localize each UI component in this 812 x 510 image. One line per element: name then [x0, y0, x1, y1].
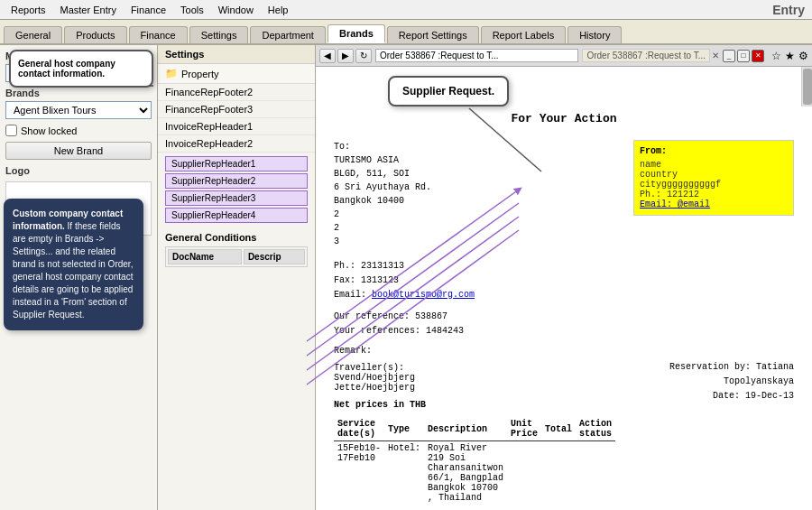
brands-select[interactable]: Agent Blixen Tours — [5, 101, 152, 119]
from-name: name — [640, 160, 788, 170]
conditions-col-docname: DocName — [168, 249, 242, 264]
tab-report-settings[interactable]: Report Settings — [387, 26, 479, 43]
tab-general[interactable]: General — [4, 26, 62, 43]
fax-line: Fax: 1313123 — [334, 274, 615, 288]
doc-contact-info: Ph.: 23131313 Fax: 1313123 Email: book@t… — [334, 259, 615, 302]
back-button[interactable]: ◀ — [319, 49, 336, 63]
tab-finance[interactable]: Finance — [129, 26, 188, 43]
address-line1: BLGD, 511, SOI — [334, 167, 615, 181]
email-line: Email: book@turismo@rg.com — [334, 288, 615, 302]
address-line6: 3 — [334, 235, 615, 248]
col-service-date: Service date(s) — [334, 417, 384, 441]
general-conditions-section: General Conditions DocName Descrip — [158, 228, 315, 271]
star-icon[interactable]: ☆ — [771, 50, 781, 62]
doc-remarks: Remark: — [334, 346, 615, 356]
supplier-rep-header2[interactable]: SupplierRepHeader2 — [165, 173, 308, 189]
menu-item-help[interactable]: Help — [261, 3, 296, 17]
from-city: cityggggggggggf — [640, 180, 788, 190]
brands-label: Brands — [5, 88, 152, 98]
menu-bar: Reports Master Entry Finance Tools Windo… — [0, 0, 812, 20]
browser-tab-title: Order 538867 :Request to T... — [582, 49, 710, 62]
conditions-table: DocName Descrip — [165, 246, 308, 267]
our-ref: Our reference: 538867 — [334, 310, 615, 324]
supplier-rep-header1[interactable]: SupplierRepHeader1 — [165, 156, 308, 172]
tab-department[interactable]: Department — [250, 26, 325, 43]
doc-columns: To: TURISMO ASIA BLGD, 511, SOI 6 Sri Ay… — [334, 140, 794, 505]
col-unit-price: Unit Price — [507, 417, 541, 441]
settings-item-invoice-header1[interactable]: InvoiceRepHeader1 — [158, 118, 315, 135]
from-box: From: name country cityggggggggggf Ph.: … — [633, 140, 794, 216]
service-description: Royal River 219 Soi Charansanitwon 66/1,… — [424, 441, 507, 505]
tab-report-labels[interactable]: Report Labels — [481, 26, 567, 43]
refresh-button[interactable]: ↻ — [355, 49, 372, 63]
menu-item-finance[interactable]: Finance — [124, 3, 173, 17]
scrollbar[interactable] — [801, 67, 812, 107]
forward-button[interactable]: ▶ — [337, 49, 354, 63]
browser-controls: ◀ ▶ ↻ — [319, 49, 372, 63]
menu-item-tools[interactable]: Tools — [173, 3, 211, 17]
property-icon: 📁 — [165, 68, 178, 79]
menu-item-reports[interactable]: Reports — [4, 3, 53, 17]
settings-item-finance-footer2[interactable]: FinanceRepFooter2 — [158, 84, 315, 101]
company-name: TURISMO ASIA — [334, 153, 615, 167]
close-tab-icon[interactable]: ✕ — [712, 51, 719, 60]
travellers-label: Traveller(s): — [334, 363, 615, 373]
supplier-rep-header4[interactable]: SupplierRepHeader4 — [165, 208, 308, 223]
remarks-label: Remark: — [334, 346, 615, 356]
col-type: Type — [384, 417, 424, 441]
from-phone: Ph.: 121212 — [640, 190, 788, 199]
logo-label: Logo — [5, 165, 152, 176]
from-country: country — [640, 170, 788, 180]
main-content: Main Brand Billetkontoret A/5 Brands Age… — [0, 45, 812, 510]
phone-line: Ph.: 23131313 — [334, 259, 615, 274]
window-controls: _ □ ✕ — [723, 50, 764, 62]
tab-settings[interactable]: Settings — [189, 26, 249, 43]
settings-item-finance-footer3[interactable]: FinanceRepFooter3 — [158, 101, 315, 118]
service-dates: 15Feb10-17Feb10 — [334, 441, 384, 505]
supplier-rep-header3[interactable]: SupplierRepHeader3 — [165, 190, 308, 206]
net-prices-label: Net prices in THB — [334, 400, 615, 410]
email-link[interactable]: book@turismo@rg.com — [372, 290, 475, 300]
tab-bar: General Products Finance Settings Depart… — [0, 20, 812, 45]
doc-title: For Your Action — [334, 112, 794, 125]
tab-products[interactable]: Products — [64, 26, 126, 43]
gear-icon[interactable]: ⚙ — [798, 50, 808, 62]
doc-travellers: Traveller(s): Svend/Hoejbjerg Jette/Hoej… — [334, 363, 615, 393]
settings-item-invoice-header2[interactable]: InvoiceRepHeader2 — [158, 135, 315, 153]
tab-brands[interactable]: Brands — [328, 24, 385, 43]
from-label: From: — [640, 146, 788, 156]
reservation-date: Date: 19-Dec-13 — [633, 389, 794, 403]
browser-bar: ◀ ▶ ↻ Order 538867 :Request to T... ✕ _ … — [316, 45, 812, 67]
show-locked-checkbox[interactable] — [5, 125, 17, 136]
doc-to-address: To: TURISMO ASIA BLGD, 511, SOI 6 Sri Ay… — [334, 140, 615, 248]
reservation-by: Reservation by: Tatiana — [633, 360, 794, 375]
minimize-button[interactable]: _ — [723, 50, 735, 62]
settings-list: FinanceRepFooter2 FinanceRepFooter3 Invo… — [158, 84, 315, 153]
address-line3: Bangkok 10400 — [334, 194, 615, 208]
custom-contact-body: If these fields are empty in Brands -> S… — [13, 221, 133, 320]
tab-history[interactable]: History — [567, 26, 622, 43]
maximize-button[interactable]: □ — [737, 50, 750, 62]
document-area: Supplier Request. For Your Action To: TU… — [316, 67, 812, 510]
menu-item-window[interactable]: Window — [211, 3, 261, 17]
address-line5: 2 — [334, 221, 615, 235]
doc-right: From: name country cityggggggggggf Ph.: … — [633, 140, 794, 505]
supplier-headers: SupplierRepHeader1 SupplierRepHeader2 Su… — [158, 153, 315, 228]
custom-contact-tooltip: Custom company contact information. If t… — [4, 199, 143, 330]
traveller1: Svend/Hoejbjerg — [334, 373, 615, 383]
menu-item-master-entry[interactable]: Master Entry — [53, 3, 124, 17]
host-company-tooltip: General host company contact information… — [9, 50, 153, 88]
new-brand-button[interactable]: New Brand — [5, 142, 152, 160]
action-status — [576, 441, 615, 505]
col-total: Total — [541, 417, 576, 441]
host-company-title: General host company contact information… — [18, 59, 115, 79]
address-bar[interactable] — [375, 49, 578, 62]
supplier-request-title: Supplier Request. — [402, 85, 494, 97]
close-button[interactable]: ✕ — [752, 50, 764, 62]
settings-label: Settings — [165, 49, 204, 60]
from-email: Email: @email — [640, 199, 788, 209]
show-locked-label: Show locked — [21, 125, 77, 136]
conditions-col-descrip: Descrip — [244, 249, 305, 264]
bookmark-icon[interactable]: ★ — [785, 50, 795, 62]
to-label: To: — [334, 140, 615, 153]
